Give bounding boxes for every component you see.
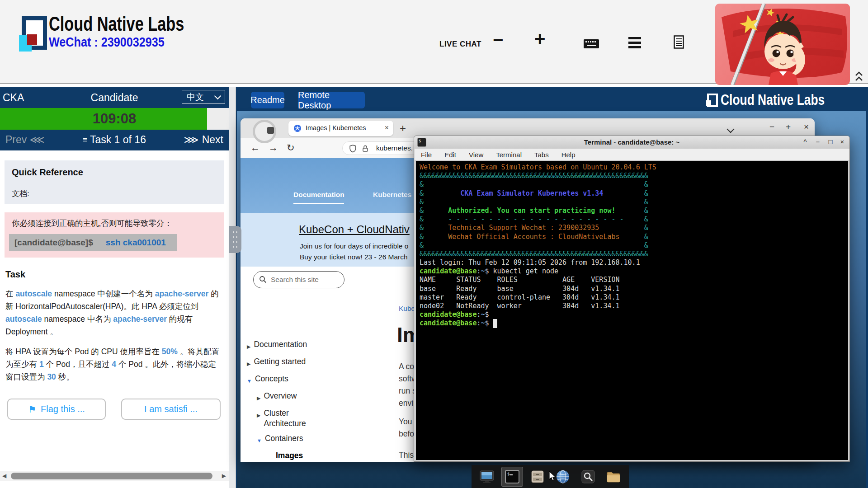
host-warning-box: 你必须连接到正确的主机,否则可能导致零分： [candidate@base]$ … — [5, 212, 224, 258]
task-paragraph: 将 HPA 设置为每个 Pod 的 CPU 使用率旨在 50% 。将其配置为至少… — [5, 345, 223, 383]
terminal-emulator-icon[interactable]: $ — [501, 467, 523, 487]
docs-tree-item-overview[interactable]: ▶Overview — [241, 389, 329, 406]
flag-task-button[interactable]: ⚑ Flag this ... — [7, 399, 106, 420]
language-value: 中文 — [187, 91, 204, 103]
docs-tree-item-containers[interactable]: ▼Containers — [241, 431, 329, 448]
menu-hamburger-icon[interactable] — [628, 37, 641, 51]
browser-close-button[interactable]: × — [804, 122, 809, 132]
site-nav-kubernetes[interactable]: Kubernetes — [373, 191, 411, 199]
ssh-command-text[interactable]: ssh cka001001 — [106, 238, 166, 248]
reload-button[interactable]: ↻ — [287, 142, 295, 153]
panel-divider — [229, 87, 236, 488]
scroll-right-arrow-icon[interactable]: ▶ — [222, 473, 226, 479]
brand-wechat-line: WeChat : 2390032935 — [49, 34, 165, 50]
task-paragraph: 在 autoscale namespace 中创建一个名为 apache-ser… — [5, 287, 223, 338]
next-task-button[interactable]: ⋙ Next — [184, 134, 223, 146]
terminal-menubar: FileEditViewTerminalTabsHelp — [415, 149, 849, 161]
triangle-down-icon[interactable]: ▼ — [257, 433, 262, 446]
terminal-menu-help[interactable]: Help — [561, 151, 576, 159]
collapse-header-chevrons-icon[interactable] — [854, 70, 863, 82]
ssh-command-box: [candidate@base]$ ssh cka001001 — [9, 234, 177, 251]
app-finder-icon[interactable] — [577, 467, 599, 487]
virtual-keyboard-icon[interactable] — [583, 39, 599, 49]
triangle-right-icon[interactable]: ▶ — [257, 408, 260, 429]
triangle-right-icon[interactable]: ▶ — [257, 391, 260, 404]
back-button[interactable]: ← — [250, 142, 260, 153]
docs-search-input[interactable]: Search this site — [253, 271, 344, 288]
task-list-icon[interactable]: ≡ — [83, 136, 87, 144]
new-tab-button[interactable]: + — [400, 122, 406, 135]
tab-readme[interactable]: Readme — [251, 92, 284, 108]
tab-list-chevron-icon[interactable] — [727, 126, 735, 133]
language-select[interactable]: 中文 — [182, 90, 225, 104]
remote-desktop-screen[interactable]: Images | Kubernetes × + − + × ← → ↻ — [237, 111, 866, 488]
scroll-left-arrow-icon[interactable]: ◀ — [2, 473, 6, 479]
terminal-menu-edit[interactable]: Edit — [444, 151, 456, 159]
kubecon-heading-link[interactable]: KubeCon + CloudNativ — [299, 223, 410, 236]
sidebar-header: CKA Candidate 中文 — [0, 87, 229, 108]
kubernetes-favicon — [294, 125, 301, 132]
docs-tree-item-documentation[interactable]: ▶Documentation — [241, 337, 329, 354]
remote-desktop-panel: Readme Remote Desktop Cloud Native Labs — [236, 87, 868, 488]
mouse-cursor-icon — [549, 471, 557, 482]
host-warning-text: 你必须连接到正确的主机,否则可能导致零分： — [12, 218, 172, 229]
terminal-titlebar[interactable]: $_ Terminal - candidate@base: ~ ^ − □ × — [414, 136, 849, 149]
document-icon[interactable] — [674, 35, 684, 49]
panel-collapse-handle[interactable] — [229, 226, 241, 253]
cka-exam-simulator-page: Cloud Native Labs WeChat : 2390032935 LI… — [0, 0, 868, 488]
docs-tree-item-getting-started[interactable]: ▶Getting started — [241, 354, 329, 371]
panel-brand-title: Cloud Native Labs — [721, 91, 825, 108]
svg-text:$: $ — [507, 472, 509, 476]
docs-breadcrumb-link[interactable]: Kube — [399, 305, 415, 313]
timer-value: 109:08 — [0, 111, 229, 127]
docs-tree-item-images[interactable]: Images — [241, 448, 329, 462]
display-settings-icon[interactable] — [476, 467, 498, 487]
live-chat-button[interactable]: LIVE CHAT — [439, 40, 481, 49]
kubecon-text: Join us for four days of incredible o — [300, 242, 408, 250]
horizontal-scrollbar[interactable]: ◀ ▶ — [0, 471, 229, 481]
terminal-menu-view[interactable]: View — [469, 151, 483, 159]
forward-button[interactable]: → — [269, 142, 278, 153]
docs-tree-item-concepts[interactable]: ▼Concepts — [241, 371, 329, 389]
shield-icon — [349, 145, 357, 153]
brand-title: Cloud Native Labs — [49, 13, 184, 35]
terminal-screen[interactable]: Welcome to CKA Exam Simulators based on … — [416, 161, 848, 460]
triangle-right-icon[interactable]: ▶ — [247, 357, 250, 369]
terminal-cursor — [493, 319, 497, 328]
terminal-menu-file[interactable]: File — [421, 151, 432, 159]
terminal-minimize-button[interactable]: − — [813, 138, 822, 145]
tab-remote-desktop[interactable]: Remote Desktop — [298, 92, 365, 108]
terminal-close-button[interactable]: × — [838, 138, 847, 145]
flag-icon: ⚑ — [28, 404, 36, 415]
satisfied-button[interactable]: I am satisfi ... — [121, 399, 221, 420]
zoom-out-button[interactable]: − — [493, 30, 503, 50]
top-header: Cloud Native Labs WeChat : 2390032935 LI… — [0, 0, 868, 84]
browser-maximize-button[interactable]: + — [786, 122, 791, 132]
exam-sidebar: CKA Candidate 中文 109:08 Prev ⋘ ≡Task 1 o… — [0, 87, 229, 488]
terminal-menu-terminal[interactable]: Terminal — [496, 151, 522, 159]
active-nav-underline — [293, 203, 344, 204]
docs-label: 文档: — [12, 188, 217, 199]
cloud-native-labs-mini-logo-icon — [706, 94, 717, 106]
search-placeholder: Search this site — [271, 276, 319, 284]
terminal-window: $_ Terminal - candidate@base: ~ ^ − □ × … — [414, 136, 850, 462]
terminal-rollup-button[interactable]: ^ — [801, 138, 810, 145]
kubecon-ticket-link[interactable]: Buy your ticket now! 23 - 26 March — [300, 253, 408, 261]
browser-extension-badge-icon[interactable] — [267, 127, 274, 134]
docs-tree-item-cluster-architecture[interactable]: ▶Cluster Architecture — [241, 406, 329, 431]
folder-icon[interactable] — [603, 467, 624, 487]
triangle-down-icon[interactable]: ▼ — [247, 374, 252, 386]
triangle-right-icon[interactable]: ▶ — [247, 339, 250, 352]
terminal-menu-tabs[interactable]: Tabs — [534, 151, 549, 159]
quick-reference-box: Quick Reference 文档: — [5, 160, 224, 204]
browser-active-tab[interactable]: Images | Kubernetes × — [288, 121, 393, 136]
browser-minimize-button[interactable]: − — [769, 122, 774, 132]
file-manager-icon[interactable] — [527, 467, 548, 487]
site-nav-documentation[interactable]: Documentation — [293, 191, 344, 199]
lock-icon — [362, 145, 369, 153]
terminal-maximize-button[interactable]: □ — [826, 138, 835, 145]
zoom-in-button[interactable]: + — [534, 28, 546, 50]
tab-close-icon[interactable]: × — [385, 124, 389, 132]
chevron-down-icon — [214, 93, 222, 100]
scrollbar-thumb[interactable] — [11, 473, 212, 479]
